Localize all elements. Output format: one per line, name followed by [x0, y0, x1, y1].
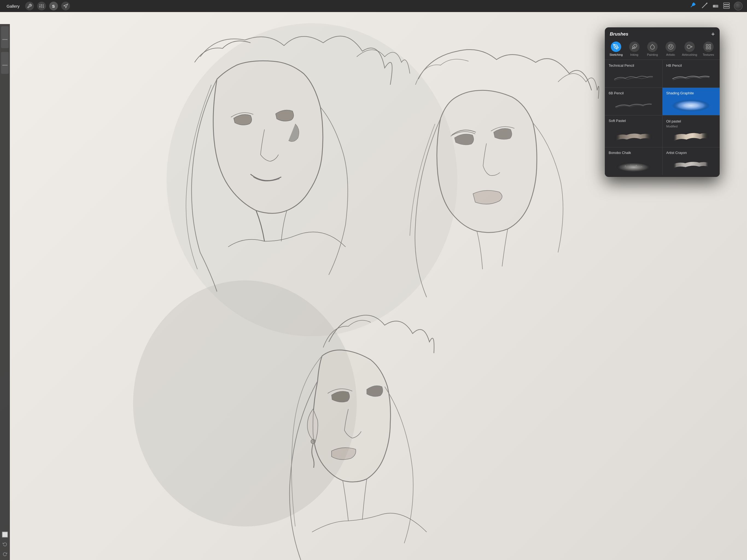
- canvas-area[interactable]: Brushes + Sketching: [0, 12, 374, 280]
- svg-marker-9: [64, 4, 68, 8]
- smudge-S-button[interactable]: S: [49, 2, 58, 10]
- opacity-slider[interactable]: [1, 26, 9, 48]
- adjust-button[interactable]: [37, 2, 46, 10]
- wrench-button[interactable]: [25, 2, 34, 10]
- gallery-button[interactable]: Gallery: [4, 3, 22, 9]
- toolbar-left: Gallery S: [4, 2, 70, 10]
- navigate-button[interactable]: [61, 2, 70, 10]
- left-sidebar: [0, 24, 10, 280]
- size-slider[interactable]: [1, 52, 9, 74]
- sketch-illustration: [0, 12, 374, 280]
- toolbar: Gallery S: [0, 0, 374, 12]
